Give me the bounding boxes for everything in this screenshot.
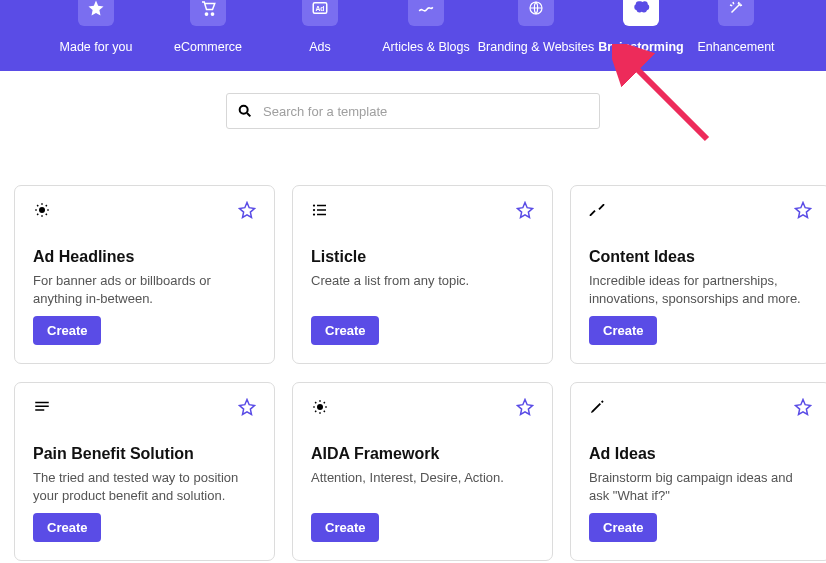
- favorite-icon[interactable]: [794, 398, 812, 420]
- svg-rect-8: [317, 205, 326, 207]
- svg-text:Ad: Ad: [316, 5, 325, 12]
- nav-branding[interactable]: Branding & Websites: [476, 0, 596, 54]
- search-box[interactable]: [226, 93, 600, 129]
- nav-label: Made for you: [60, 40, 133, 54]
- svg-rect-15: [35, 409, 44, 411]
- card-desc: Create a list from any topic.: [311, 272, 534, 316]
- cart-icon: [190, 0, 226, 26]
- sparkle-icon: [718, 0, 754, 26]
- nav-label: Ads: [309, 40, 331, 54]
- card-listicle: Listicle Create a list from any topic. C…: [292, 185, 553, 364]
- svg-point-1: [211, 13, 213, 15]
- card-title: Listicle: [311, 248, 534, 266]
- create-button[interactable]: Create: [311, 316, 379, 345]
- nav-ads[interactable]: Ad Ads: [264, 0, 376, 54]
- card-desc: For banner ads or billboards or anything…: [33, 272, 256, 316]
- card-title: Pain Benefit Solution: [33, 445, 256, 463]
- card-pain-benefit: Pain Benefit Solution The tried and test…: [14, 382, 275, 561]
- lightbulb-icon: [311, 398, 329, 420]
- card-desc: Brainstorm big campaign ideas and ask "W…: [589, 469, 812, 513]
- svg-point-5: [240, 106, 248, 114]
- search-icon: [237, 103, 253, 119]
- nav-brainstorming[interactable]: Brainstorming: [596, 0, 686, 54]
- card-title: Ad Ideas: [589, 445, 812, 463]
- create-button[interactable]: Create: [33, 513, 101, 542]
- lightbulb-icon: [33, 201, 51, 223]
- card-title: AIDA Framework: [311, 445, 534, 463]
- svg-point-16: [317, 404, 323, 410]
- ad-icon: Ad: [302, 0, 338, 26]
- svg-point-0: [205, 13, 207, 15]
- card-title: Content Ideas: [589, 248, 812, 266]
- svg-rect-12: [317, 214, 326, 216]
- favorite-icon[interactable]: [516, 398, 534, 420]
- pencil-icon: [589, 399, 605, 419]
- svg-rect-14: [35, 406, 49, 408]
- brain-icon: [623, 0, 659, 26]
- card-ad-ideas: Ad Ideas Brainstorm big campaign ideas a…: [570, 382, 826, 561]
- svg-rect-10: [317, 209, 326, 211]
- create-button[interactable]: Create: [589, 513, 657, 542]
- nav-label: Enhancement: [697, 40, 774, 54]
- card-desc: Incredible ideas for partnerships, innov…: [589, 272, 812, 316]
- svg-point-9: [313, 209, 315, 211]
- svg-rect-13: [35, 402, 49, 404]
- list-icon: [311, 201, 329, 223]
- card-desc: The tried and tested way to position you…: [33, 469, 256, 513]
- nav-enhancement[interactable]: Enhancement: [686, 0, 786, 54]
- card-title: Ad Headlines: [33, 248, 256, 266]
- create-button[interactable]: Create: [589, 316, 657, 345]
- card-desc: Attention, Interest, Desire, Action.: [311, 469, 534, 513]
- card-aida: AIDA Framework Attention, Interest, Desi…: [292, 382, 553, 561]
- search-input[interactable]: [263, 104, 589, 119]
- nav-label: Articles & Blogs: [382, 40, 470, 54]
- expand-icon: [589, 202, 605, 222]
- nav-label: eCommerce: [174, 40, 242, 54]
- globe-icon: [518, 0, 554, 26]
- paragraph-icon: [33, 398, 51, 420]
- top-nav: Made for you eCommerce Ad Ads Articles &…: [0, 0, 826, 71]
- svg-point-7: [313, 204, 315, 206]
- svg-point-6: [39, 207, 45, 213]
- favorite-icon[interactable]: [794, 201, 812, 223]
- nav-ecommerce[interactable]: eCommerce: [152, 0, 264, 54]
- star-icon: [78, 0, 114, 26]
- nav-made-for-you[interactable]: Made for you: [40, 0, 152, 54]
- template-grid: Ad Headlines For banner ads or billboard…: [0, 129, 826, 561]
- search-row: [0, 93, 826, 129]
- favorite-icon[interactable]: [516, 201, 534, 223]
- nav-label: Branding & Websites: [478, 40, 595, 54]
- nav-label: Brainstorming: [598, 40, 683, 54]
- create-button[interactable]: Create: [311, 513, 379, 542]
- svg-point-11: [313, 213, 315, 215]
- favorite-icon[interactable]: [238, 398, 256, 420]
- scribble-icon: [408, 0, 444, 26]
- card-ad-headlines: Ad Headlines For banner ads or billboard…: [14, 185, 275, 364]
- card-content-ideas: Content Ideas Incredible ideas for partn…: [570, 185, 826, 364]
- create-button[interactable]: Create: [33, 316, 101, 345]
- favorite-icon[interactable]: [238, 201, 256, 223]
- nav-articles[interactable]: Articles & Blogs: [376, 0, 476, 54]
